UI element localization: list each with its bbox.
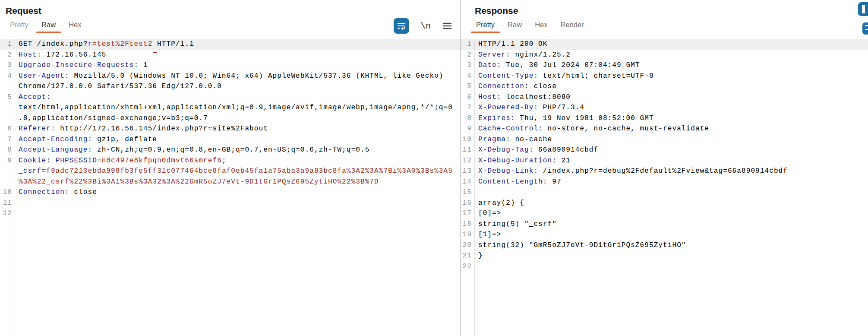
code-line[interactable]: 11 <box>0 198 460 209</box>
hamburger-menu-icon[interactable] <box>442 22 452 30</box>
word-wrap-toggle-icon[interactable] <box>394 18 409 34</box>
code-line[interactable]: 7X-Powered-By: PHP/7.3.4 <box>461 102 868 113</box>
line-number: 12 <box>0 208 15 219</box>
line-content[interactable]: HTTP/1.1 200 OK <box>474 39 868 50</box>
code-line[interactable]: 19[1]=> <box>461 229 868 240</box>
response-editor[interactable]: 1HTTP/1.1 200 OK2Server: nginx/1.25.23Da… <box>461 39 868 336</box>
code-line[interactable]: 9Cookie: PHPSESSID=n0c497e8kfpqn0dmvt66s… <box>0 155 460 187</box>
code-line[interactable]: 3Upgrade-Insecure-Requests: 1 <box>0 60 460 71</box>
line-content[interactable]: array(2) { <box>474 198 868 209</box>
line-content[interactable]: Upgrade-Insecure-Requests: 1 <box>15 60 460 71</box>
code-line[interactable]: 14Content-Length: 97 <box>461 177 868 187</box>
line-number: 2 <box>0 50 15 60</box>
line-number: 11 <box>0 198 15 209</box>
word-wrap-glyph <box>397 21 406 31</box>
response-wrap-toggle-icon[interactable] <box>862 22 868 35</box>
code-line[interactable]: 22 <box>461 261 868 272</box>
line-content[interactable]: GET /index.php?r=test%2Ftest2 HTTP/1.1 <box>15 39 460 50</box>
request-tab-hex[interactable]: Hex <box>62 18 88 33</box>
line-content[interactable]: X-Debug-Tag: 66a890914cbdf <box>474 145 868 155</box>
line-content[interactable]: Expires: Thu, 19 Nov 1981 08:52:00 GMT <box>474 113 868 124</box>
line-content[interactable]: Host: localhost:8080 <box>474 92 868 103</box>
line-number: 10 <box>0 187 15 198</box>
code-line[interactable]: 1HTTP/1.1 200 OK <box>461 39 868 50</box>
response-tab-raw[interactable]: Raw <box>501 18 528 33</box>
line-content[interactable]: Cache-Control: no-store, no-cache, must-… <box>474 124 868 134</box>
code-line[interactable]: 4Content-Type: text/html; charset=UTF-8 <box>461 71 868 82</box>
code-line[interactable]: 18string(5) "_csrf" <box>461 219 868 230</box>
line-content[interactable]: Date: Tue, 30 Jul 2024 07:04:49 GMT <box>474 60 868 71</box>
line-content[interactable]: Server: nginx/1.25.2 <box>474 50 868 60</box>
line-content[interactable]: Content-Length: 97 <box>474 177 868 187</box>
line-content[interactable]: string(5) "_csrf" <box>474 219 868 230</box>
response-tabbar: Pretty Raw Hex Render <box>461 18 868 33</box>
response-tab-pretty[interactable]: Pretty <box>470 18 501 33</box>
line-content[interactable]: } <box>474 250 868 261</box>
line-content[interactable] <box>15 208 460 219</box>
code-line[interactable]: 5Accept: text/html,application/xhtml+xml… <box>0 92 460 124</box>
code-line[interactable]: 17[0]=> <box>461 208 868 219</box>
code-line[interactable]: 12X-Debug-Duration: 21 <box>461 155 868 166</box>
newline-toggle[interactable]: \n <box>420 21 431 31</box>
line-number: 8 <box>461 113 474 124</box>
line-content[interactable] <box>474 261 868 272</box>
request-gutter-divider <box>15 39 15 336</box>
line-number: 9 <box>0 155 15 187</box>
line-content[interactable]: X-Debug-Duration: 21 <box>474 155 868 166</box>
line-number: 17 <box>461 208 474 219</box>
line-content[interactable] <box>474 187 868 198</box>
request-tab-raw[interactable]: Raw <box>35 18 62 33</box>
line-content[interactable]: Connection: close <box>15 187 460 198</box>
line-number: 1 <box>0 39 15 50</box>
line-content[interactable]: Content-Type: text/html; charset=UTF-8 <box>474 71 868 82</box>
line-content[interactable]: [1]=> <box>474 229 868 240</box>
line-content[interactable]: X-Debug-Link: /index.php?r=debug%2Fdefau… <box>474 166 868 177</box>
line-content[interactable]: User-Agent: Mozilla/5.0 (Windows NT 10.0… <box>15 71 460 92</box>
code-line[interactable]: 7Accept-Encoding: gzip, deflate <box>0 134 460 145</box>
code-line[interactable]: 9Cache-Control: no-store, no-cache, must… <box>461 124 868 134</box>
request-title: Request <box>0 0 460 18</box>
response-tab-render[interactable]: Render <box>554 18 590 33</box>
code-line[interactable]: 10Connection: close <box>0 187 460 198</box>
code-line[interactable]: 6Host: localhost:8080 <box>461 92 868 103</box>
request-editor[interactable]: 1GET /index.php?r=test%2Ftest2 HTTP/1.12… <box>0 39 460 336</box>
line-content[interactable]: Accept-Encoding: gzip, deflate <box>15 134 460 145</box>
code-line[interactable]: 16array(2) { <box>461 198 868 209</box>
line-content[interactable]: X-Powered-By: PHP/7.3.4 <box>474 102 868 113</box>
code-line[interactable]: 10Pragma: no-cache <box>461 134 868 145</box>
response-tab-hex[interactable]: Hex <box>528 18 554 33</box>
code-line[interactable]: 15 <box>461 187 868 198</box>
response-gutter-divider <box>474 39 475 336</box>
line-content[interactable]: Pragma: no-cache <box>474 134 868 145</box>
code-line[interactable]: 11X-Debug-Tag: 66a890914cbdf <box>461 145 868 155</box>
line-content[interactable]: Referer: http://172.16.56.145/index.php?… <box>15 124 460 134</box>
code-line[interactable]: 2Server: nginx/1.25.2 <box>461 50 868 60</box>
line-content[interactable]: Host: 172.16.56.145 <box>15 50 460 60</box>
line-content[interactable]: Accept-Language: zh-CN,zh;q=0.9,en;q=0.8… <box>15 145 460 155</box>
line-content[interactable]: Accept: text/html,application/xhtml+xml,… <box>15 92 460 124</box>
code-line[interactable]: 20string(32) "GmR5oZJ7eVt-9D1tGr1PQsZ695… <box>461 240 868 251</box>
code-line[interactable]: 8Accept-Language: zh-CN,zh;q=0.9,en;q=0.… <box>0 145 460 155</box>
code-line[interactable]: 1GET /index.php?r=test%2Ftest2 HTTP/1.1 <box>0 39 460 50</box>
code-line[interactable]: 2Host: 172.16.56.145 <box>0 50 460 60</box>
code-line[interactable]: 12 <box>0 208 460 219</box>
line-number: 4 <box>461 71 474 82</box>
line-content[interactable]: Cookie: PHPSESSID=n0c497e8kfpqn0dmvt66sm… <box>15 155 460 187</box>
code-line[interactable]: 3Date: Tue, 30 Jul 2024 07:04:49 GMT <box>461 60 868 71</box>
line-number: 15 <box>461 187 474 198</box>
line-content[interactable]: [0]=> <box>474 208 868 219</box>
code-line[interactable]: 8Expires: Thu, 19 Nov 1981 08:52:00 GMT <box>461 113 868 124</box>
code-line[interactable]: 4User-Agent: Mozilla/5.0 (Windows NT 10.… <box>0 71 460 92</box>
line-content[interactable]: Connection: close <box>474 81 868 92</box>
line-number: 6 <box>461 92 474 103</box>
code-line[interactable]: 6Referer: http://172.16.56.145/index.php… <box>0 124 460 134</box>
request-panel: Request Pretty Raw Hex \n 1GET /index.ph… <box>0 0 461 336</box>
line-content[interactable]: string(32) "GmR5oZJ7eVt-9D1tGr1PQsZ695Zy… <box>474 240 868 251</box>
line-content[interactable] <box>15 198 460 209</box>
code-line[interactable]: 21} <box>461 250 868 261</box>
panel-layout-icon[interactable] <box>858 2 868 17</box>
code-line[interactable]: 13X-Debug-Link: /index.php?r=debug%2Fdef… <box>461 166 868 177</box>
code-line[interactable]: 5Connection: close <box>461 81 868 92</box>
line-number: 21 <box>461 250 474 261</box>
request-tab-pretty[interactable]: Pretty <box>3 18 35 33</box>
